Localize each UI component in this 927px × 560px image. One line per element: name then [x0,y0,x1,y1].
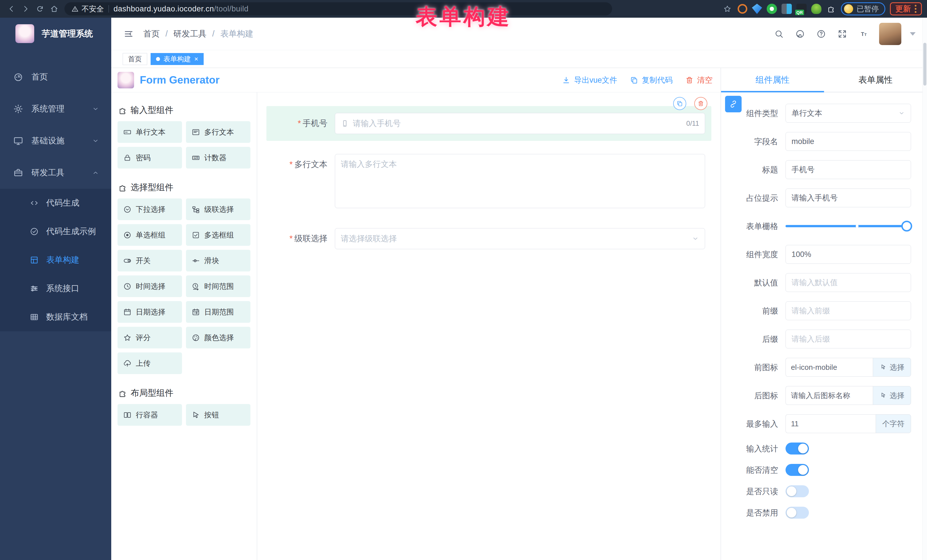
copy-field-button[interactable] [673,97,686,110]
prop-input[interactable]: 请输入前缀 [786,301,911,320]
sidebar-item-系统管理[interactable]: 系统管理 [0,93,111,125]
ext-green-icon[interactable] [767,4,777,14]
form-grid-slider[interactable] [786,217,911,235]
component-单选框组[interactable]: 单选框组 [117,224,182,246]
header-search-button[interactable] [774,29,784,39]
action-复制代码[interactable]: 复制代码 [630,75,673,85]
ext-plant-icon[interactable] [811,4,821,14]
prop-input[interactable]: 请输入手机号 [786,188,911,207]
paused-badge[interactable]: 已暂停 [841,2,885,15]
component-按钮[interactable]: 按钮 [186,404,251,426]
link-drawer-button[interactable] [725,96,742,112]
prop-select[interactable]: 单行文本 [786,104,911,123]
browser-reload-button[interactable] [33,3,46,15]
toggle-输入统计[interactable] [786,443,809,454]
sidebar-subitem-表单构建[interactable]: 表单构建 [0,246,111,274]
canvas-field-级联选择[interactable]: *级联选择请选择级联选择 [266,221,711,256]
tag-首页[interactable]: 首页 [123,53,147,65]
sidebar-submenu: 代码生成代码生成示例表单构建系统接口数据库文档 [0,189,111,331]
component-颜色选择[interactable]: 颜色选择 [186,327,251,348]
field-textarea[interactable]: 请输入多行文本 [335,154,705,208]
prop-input[interactable]: 100% [786,245,911,264]
ext-puzzle-icon[interactable] [826,4,836,14]
prop-append-button[interactable]: 选择 [873,386,911,405]
component-密码[interactable]: 密码 [117,147,182,168]
ext-split-icon[interactable] [781,4,792,14]
prop-append-button[interactable]: 个字符 [876,414,911,433]
address-bar[interactable]: 不安全 dashboard.yudao.iocoder.cn/tool/buil… [64,2,612,15]
component-计数器[interactable]: 123计数器 [186,147,251,168]
component-时间范围[interactable]: 时间范围 [186,275,251,297]
action-清空[interactable]: 清空 [685,75,713,85]
page-scrollbar[interactable] [922,18,927,560]
ext-gem-icon[interactable] [752,4,762,14]
avatar-caret-icon[interactable] [910,32,916,36]
tag-表单构建[interactable]: 表单构建× [150,53,204,65]
browser-back-button[interactable] [5,3,18,15]
breadcrumb-item[interactable]: 表单构建 [220,28,253,39]
header-github-button[interactable] [795,29,805,39]
sliders-icon [30,284,39,293]
prop-append-button[interactable]: 选择 [873,358,911,377]
canvas-field-手机号[interactable]: *手机号请输入手机号0/11 [266,106,711,141]
breadcrumb-item[interactable]: 研发工具 [173,28,207,39]
delete-field-button[interactable] [694,97,707,110]
ext-orange-icon[interactable] [738,4,747,14]
prop-input[interactable]: 手机号 [786,160,911,179]
bookmark-star-icon[interactable] [722,3,733,15]
sidebar-item-基础设施[interactable]: 基础设施 [0,125,111,157]
properties-tab-组件属性[interactable]: 组件属性 [721,68,824,92]
component-滑块[interactable]: 滑块 [186,250,251,272]
properties-tab-表单属性[interactable]: 表单属性 [824,68,927,92]
user-avatar[interactable] [879,23,901,45]
header-fullscreen-button[interactable] [837,29,848,39]
browser-forward-button[interactable] [20,3,32,15]
canvas-field-多行文本[interactable]: *多行文本请输入多行文本 [266,147,711,215]
component-单行文本[interactable]: 单行文本 [117,121,182,143]
component-多选框组[interactable]: 多选框组 [186,224,251,246]
prop-input[interactable]: 请输入后图标名称 [786,386,873,405]
prop-input[interactable]: el-icon-mobile [786,358,873,377]
component-级联选择[interactable]: 级联选择 [186,199,251,220]
browser-home-button[interactable] [48,3,61,15]
toggle-是否只读[interactable] [786,485,809,497]
sidebar-subitem-代码生成示例[interactable]: 代码生成示例 [0,217,111,246]
component-开关[interactable]: 开关 [117,250,182,272]
sidebar-subitem-数据库文档[interactable]: 数据库文档 [0,303,111,331]
update-button[interactable]: 更新 [890,2,922,15]
ext-qr-icon[interactable] [796,4,807,14]
prop-input[interactable]: mobile [786,132,911,151]
component-评分[interactable]: 评分 [117,327,182,348]
toggle-能否清空[interactable] [786,464,809,476]
prop-input[interactable]: 请输入默认值 [786,273,911,292]
sidebar-subitem-代码生成[interactable]: 代码生成 [0,189,111,217]
toggle-是否禁用[interactable] [786,507,809,519]
field-input[interactable]: 请输入手机号0/11 [335,113,705,134]
menu-dots-icon[interactable] [915,5,916,13]
component-日期选择[interactable]: 日期选择 [117,301,182,323]
prop-input[interactable]: 11 [786,414,876,433]
component-日期范围[interactable]: 日期范围 [186,301,251,323]
header-question-button[interactable] [816,29,827,39]
header-font-size-button[interactable]: TT [858,29,869,39]
collapse-menu-icon[interactable] [123,28,135,40]
component-下拉选择[interactable]: 下拉选择 [117,199,182,220]
sidebar-subitem-系统接口[interactable]: 系统接口 [0,274,111,303]
sidebar-item-首页[interactable]: 首页 [0,61,111,93]
component-多行文本[interactable]: 多行文本 [186,121,251,143]
component-行容器[interactable]: 行容器 [117,404,182,426]
field-select[interactable]: 请选择级联选择 [335,228,705,249]
component-时间选择[interactable]: 时间选择 [117,275,182,297]
sidebar-logo[interactable]: 芋道管理系统 [0,18,111,50]
breadcrumb-item[interactable]: 首页 [143,28,160,39]
scrollbar-thumb[interactable] [923,43,926,85]
action-导出vue文件[interactable]: 导出vue文件 [562,75,617,85]
prop-input[interactable]: 请输入后缀 [786,329,911,348]
form-canvas[interactable]: *手机号请输入手机号0/11*多行文本请输入多行文本*级联选择请选择级联选择 [257,93,720,560]
close-tag-icon[interactable]: × [194,56,198,62]
slider-handle[interactable] [901,221,912,232]
logo-avatar [15,24,34,43]
component-上传[interactable]: 上传 [117,352,182,374]
security-chip[interactable]: 不安全 [71,4,104,14]
sidebar-item-研发工具[interactable]: 研发工具 [0,157,111,189]
